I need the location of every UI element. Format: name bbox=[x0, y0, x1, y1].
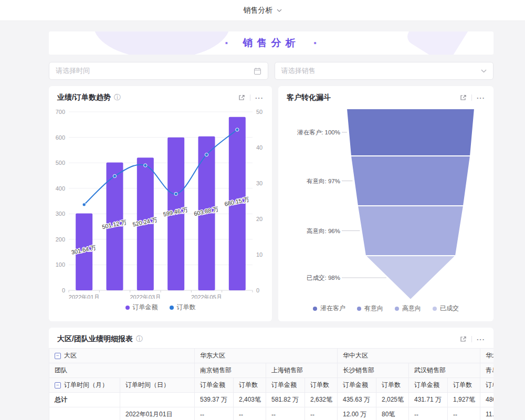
divider bbox=[471, 94, 472, 101]
collapse-icon[interactable]: − bbox=[55, 382, 61, 388]
table-row: 团队南京销售部上海销售部长沙销售部武汉销售部青岛销售部 bbox=[49, 363, 494, 378]
table-cell: 539.37 万 bbox=[195, 393, 234, 407]
export-icon[interactable] bbox=[459, 335, 467, 343]
table-header-cell: 长沙销售部 bbox=[338, 363, 409, 378]
table-header-cell: 订单金额 bbox=[409, 378, 448, 393]
collapse-icon[interactable]: − bbox=[55, 353, 61, 359]
table-cell: -- bbox=[195, 407, 234, 420]
time-filter-placeholder: 请选择时间 bbox=[56, 66, 90, 76]
legend-item[interactable]: 有意向 bbox=[357, 304, 383, 313]
legend-dot-icon bbox=[395, 307, 399, 311]
table-card-header: 大区/团队业绩明细报表 ⓘ ··· bbox=[49, 328, 494, 346]
legend-dot-icon bbox=[313, 307, 317, 311]
left-axis-label: 300 bbox=[56, 211, 65, 217]
trend-combo-chart: 0100200300400500600700010203040502022年01… bbox=[49, 104, 272, 299]
legend-item[interactable]: 已成交 bbox=[433, 304, 459, 313]
table-row: −订单时间（月）订单时间（日）订单金额订单数订单金额订单数订单金额订单数订单金额… bbox=[49, 378, 494, 393]
table-cell: 总计 bbox=[49, 393, 120, 407]
funnel-chart: 潜在客户: 100%有意向: 97%高意向: 96%已成交: 98% bbox=[278, 104, 494, 300]
dashboard-title: 销售分析 bbox=[244, 6, 273, 15]
legend-label: 已成交 bbox=[440, 304, 459, 313]
left-axis-label: 500 bbox=[56, 160, 65, 166]
banner-decoration-left bbox=[93, 32, 230, 55]
pivot-table-card: 大区/团队业绩明细报表 ⓘ ··· −大区华东大区华中大区华北大区团队南京销售部… bbox=[49, 328, 494, 420]
funnel-stage-label: 高意向: 96% bbox=[307, 228, 340, 234]
left-axis-label: 200 bbox=[56, 236, 65, 243]
table-cell: 581.82 万 bbox=[266, 393, 305, 407]
banner-decoration-right bbox=[404, 32, 473, 55]
dashboard-banner: · 销售分析 · bbox=[49, 32, 494, 55]
trend-card-actions: ··· bbox=[238, 94, 264, 102]
info-icon[interactable]: ⓘ bbox=[136, 334, 143, 344]
table-row: −大区华东大区华中大区华北大区 bbox=[49, 349, 494, 363]
legend-label: 订单数 bbox=[177, 303, 196, 312]
banner-title: 销售分析 bbox=[243, 36, 300, 50]
line-dot bbox=[144, 164, 147, 167]
legend-label: 潜在客户 bbox=[320, 304, 345, 313]
more-menu-icon[interactable]: ··· bbox=[255, 94, 264, 102]
table-header-cell: 上海销售部 bbox=[266, 363, 338, 378]
chevron-down-icon bbox=[481, 69, 487, 73]
funnel-stage-label: 有意向: 97% bbox=[307, 178, 340, 184]
pivot-table: −大区华东大区华中大区华北大区团队南京销售部上海销售部长沙销售部武汉销售部青岛销… bbox=[49, 348, 494, 420]
table-header-cell: 华中大区 bbox=[338, 349, 480, 363]
legend-item[interactable]: 订单金额 bbox=[125, 303, 158, 312]
table-header-cell: 订单金额 bbox=[480, 378, 494, 393]
table-header-cell: 武汉销售部 bbox=[409, 363, 480, 378]
table-cell: 1,927笔 bbox=[448, 393, 480, 407]
right-axis-label: 40 bbox=[256, 144, 262, 151]
legend-dot-icon bbox=[357, 307, 361, 311]
table-header-cell: 华东大区 bbox=[195, 349, 338, 363]
table-header-cell: 订单数 bbox=[376, 378, 409, 393]
chevron-down-icon bbox=[277, 9, 282, 12]
legend-item[interactable]: 潜在客户 bbox=[313, 304, 345, 313]
time-filter-input[interactable]: 请选择时间 bbox=[49, 62, 268, 80]
legend-item[interactable]: 订单数 bbox=[170, 303, 196, 312]
line-dot bbox=[82, 203, 86, 206]
table-header-cell: 订单金额 bbox=[266, 378, 305, 393]
right-axis-label: 20 bbox=[256, 216, 262, 222]
line-dot bbox=[205, 153, 208, 156]
trend-chart-card: 业绩/订单数趋势 ⓘ ··· 0100200300400500600700010… bbox=[49, 86, 272, 321]
export-icon[interactable] bbox=[238, 94, 245, 101]
trend-card-header: 业绩/订单数趋势 ⓘ ··· bbox=[49, 86, 272, 104]
table-cell: 80笔 bbox=[376, 407, 409, 420]
funnel-stage-label: 潜在客户: 100% bbox=[297, 129, 340, 135]
export-icon[interactable] bbox=[459, 94, 467, 101]
sales-filter-select[interactable]: 请选择销售 bbox=[275, 62, 494, 80]
table-card-title: 大区/团队业绩明细报表 bbox=[57, 334, 133, 344]
funnel-segment bbox=[351, 156, 470, 206]
divider bbox=[471, 336, 472, 342]
line-dot bbox=[174, 192, 177, 195]
more-menu-icon[interactable]: ··· bbox=[477, 335, 485, 343]
funnel-card-actions: ··· bbox=[459, 94, 485, 102]
dashboard-switcher[interactable]: 销售分析 bbox=[244, 6, 282, 15]
banner-dot-left: · bbox=[225, 36, 229, 50]
legend-dot-icon bbox=[433, 307, 437, 311]
filter-row: 请选择时间 请选择销售 bbox=[49, 62, 494, 80]
line-dot bbox=[113, 174, 116, 177]
table-header-cell: 订单数 bbox=[234, 378, 266, 393]
more-menu-icon[interactable]: ··· bbox=[477, 94, 485, 102]
table-header-cell: 团队 bbox=[49, 363, 195, 378]
right-axis-label: 30 bbox=[256, 180, 262, 186]
table-header-cell: 订单时间（日） bbox=[120, 378, 195, 393]
table-header-cell: 订单金额 bbox=[195, 378, 234, 393]
table-row: 2022年01月01日--------12.00 万80笔----11.07 万 bbox=[49, 407, 494, 420]
table-cell: -- bbox=[448, 407, 480, 420]
left-axis-label: 400 bbox=[56, 185, 65, 192]
funnel-segment bbox=[346, 109, 475, 156]
table-cell: -- bbox=[305, 407, 338, 420]
table-header-cell: −订单时间（月） bbox=[49, 378, 120, 393]
info-icon[interactable]: ⓘ bbox=[114, 93, 121, 102]
x-axis-label: 2022年03月 bbox=[130, 294, 161, 299]
x-axis-label: 2022年01月 bbox=[69, 294, 100, 299]
legend-item[interactable]: 高意向 bbox=[395, 304, 421, 313]
legend-dot-icon bbox=[125, 306, 130, 310]
table-header-cell: 青岛销售部 bbox=[480, 363, 494, 378]
table-cell: 11.07 万 bbox=[480, 407, 494, 420]
line-dot bbox=[236, 128, 239, 131]
table-cell: -- bbox=[409, 407, 448, 420]
dashboard-content: · 销售分析 · 请选择时间 请选择销售 业绩/订单数趋势 ⓘ bbox=[49, 32, 494, 420]
right-axis-label: 0 bbox=[256, 287, 259, 293]
